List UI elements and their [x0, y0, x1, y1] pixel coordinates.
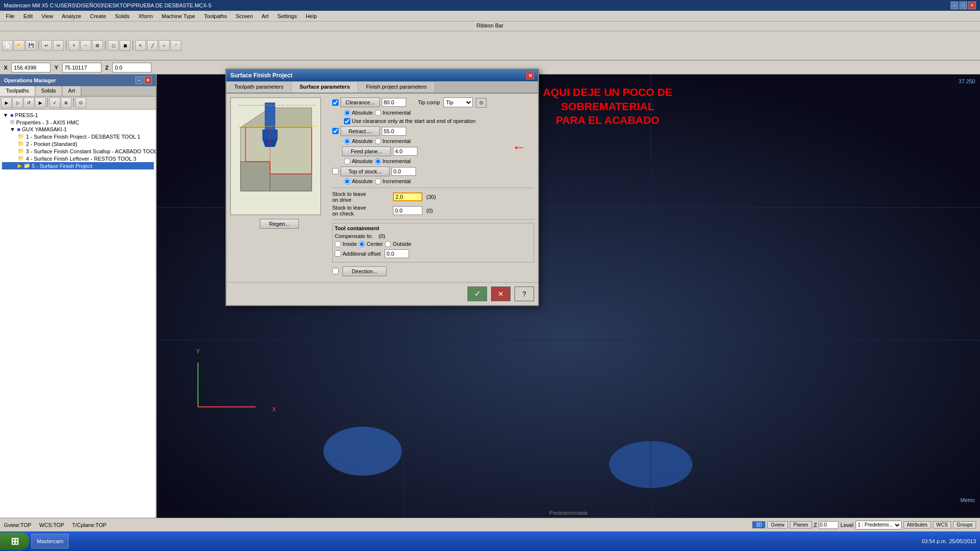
absolute-radio2-label[interactable]: Absolute [344, 138, 373, 144]
tip-comp-select[interactable]: Tip Center None [443, 97, 473, 107]
additional-offset-row: Additional offset [335, 249, 532, 258]
tab-toolpath-params[interactable]: Toolpath parameters [226, 81, 292, 93]
top-of-stock-checkbox[interactable] [332, 168, 339, 174]
start-icon: ⊞ [11, 535, 19, 547]
taskbar: ⊞ Mastercam 03:54 p.m. 25/05/2013 [0, 531, 980, 551]
modal-right: Clearance... Tip comp Tip Center None ⊙ [332, 97, 534, 278]
inside-radio-label[interactable]: Inside [335, 241, 357, 247]
modal-title-bar: Surface Finish Project ✕ [226, 70, 538, 81]
stock-check-label: Stock to leaveon check [332, 205, 391, 216]
stock-check-input[interactable] [393, 206, 422, 215]
incremental-radio3-label[interactable]: Incremental [375, 158, 411, 165]
absolute-radio3-label[interactable]: Absolute [344, 158, 373, 165]
compensate-value: (0) [379, 233, 385, 239]
absolute-radio1-label[interactable]: Absolute [344, 110, 373, 116]
modal-overlay: Surface Finish Project ✕ Toolpath parame… [0, 0, 980, 551]
feed-plane-button[interactable]: Feed plane... [342, 146, 391, 156]
retract-checkbox[interactable] [332, 128, 339, 134]
abs-inc-row4: Absolute Incremental [332, 178, 534, 185]
use-clearance-label[interactable]: Use clearance only at the start and end … [344, 118, 476, 124]
clearance-input[interactable] [382, 98, 406, 107]
modal-close-button[interactable]: ✕ [526, 72, 534, 79]
direction-row: Direction... [332, 266, 534, 276]
stock-check-extra: (0) [426, 208, 433, 214]
stock-drive-input[interactable] [393, 192, 422, 201]
svg-rect-15 [241, 162, 270, 191]
direction-button[interactable]: Direction... [343, 266, 387, 276]
incremental-radio2[interactable] [375, 138, 381, 144]
direction-checkbox[interactable] [332, 268, 339, 274]
absolute-radio4-label[interactable]: Absolute [344, 178, 373, 185]
modal-preview [230, 97, 321, 215]
top-of-stock-row: Top of stock... [332, 167, 534, 176]
absolute-radio3[interactable] [344, 158, 350, 165]
absolute-radio2[interactable] [344, 138, 350, 144]
tab-surface-params[interactable]: Surface parameters [292, 81, 358, 93]
cancel-button[interactable]: ✕ [491, 287, 511, 301]
taskbar-item-mastercam[interactable]: Mastercam [31, 534, 69, 549]
ok-icon: ✓ [474, 289, 481, 298]
modal-body: Regen... Clearance... Tip comp Tip Cente [226, 94, 538, 282]
date-display: 25/05/2013 [949, 538, 976, 544]
modal-footer: ✓ ✕ ? [226, 282, 538, 305]
incremental-radio4-label[interactable]: Incremental [375, 178, 411, 185]
modal-dialog: Surface Finish Project ✕ Toolpath parame… [225, 69, 539, 306]
retract-input[interactable] [382, 127, 406, 136]
clearance-row: Clearance... Tip comp Tip Center None ⊙ [332, 97, 534, 108]
section-divider1 [332, 188, 534, 188]
taskbar-right: 03:54 p.m. 25/05/2013 [918, 538, 980, 544]
absolute-radio1[interactable] [344, 110, 350, 116]
stock-check-row: Stock to leaveon check (0) [332, 205, 534, 216]
red-arrow-icon: ← [512, 140, 526, 155]
clearance-checkbox[interactable] [332, 99, 339, 106]
inside-radio[interactable] [335, 241, 341, 247]
incremental-radio1[interactable] [375, 110, 381, 116]
additional-offset-label: Additional offset [343, 251, 381, 257]
feed-plane-row: Feed plane... [332, 146, 534, 156]
use-clearance-checkbox[interactable] [344, 118, 350, 124]
stock-drive-label: Stock to leaveon drive [332, 191, 391, 203]
incremental-radio2-label[interactable]: Incremental [375, 138, 411, 144]
start-button[interactable]: ⊞ [0, 532, 29, 550]
use-clearance-row: Use clearance only at the start and end … [332, 118, 534, 124]
feed-plane-input[interactable] [393, 147, 417, 156]
regen-button[interactable]: Regen... [260, 219, 299, 229]
top-of-stock-input[interactable] [392, 167, 416, 176]
stock-drive-extra: (30) [426, 194, 436, 200]
time-display: 03:54 p.m. [922, 538, 947, 544]
ok-button[interactable]: ✓ [467, 287, 487, 301]
center-radio-label[interactable]: Center [359, 241, 383, 247]
tab-finish-project-params[interactable]: Finish project parameters [358, 81, 435, 93]
retract-button[interactable]: Retract.... [341, 126, 380, 136]
help-icon: ? [522, 290, 526, 298]
abs-inc-row1: Absolute Incremental [332, 110, 534, 116]
incremental-radio3[interactable] [375, 158, 381, 165]
retract-row: Retract.... [332, 126, 534, 136]
outside-radio[interactable] [385, 241, 391, 247]
section-divider2 [332, 219, 534, 220]
compensate-row: Compensate to: (0) [335, 233, 532, 239]
top-of-stock-button[interactable]: Top of stock... [341, 167, 390, 176]
compensate-radio-row: Inside Center Outside [335, 241, 532, 247]
tool-containment-title: Tool containment [335, 225, 532, 231]
abs-inc-row3: Absolute Incremental [332, 158, 534, 165]
tip-comp-label: Tip comp [418, 99, 440, 105]
tip-comp-area: Tip comp Tip Center None ⊙ [418, 97, 487, 108]
incremental-radio4[interactable] [375, 178, 381, 185]
additional-offset-checkbox-label[interactable]: Additional offset [335, 250, 381, 257]
svg-rect-16 [270, 174, 312, 191]
stock-drive-row: Stock to leaveon drive (30) [332, 191, 534, 203]
help-button[interactable]: ? [514, 287, 534, 301]
absolute-radio4[interactable] [344, 178, 350, 185]
modal-left: Regen... [230, 97, 328, 278]
outside-radio-label[interactable]: Outside [385, 241, 411, 247]
center-radio[interactable] [359, 241, 365, 247]
cancel-icon: ✕ [498, 290, 504, 298]
modal-title: Surface Finish Project [230, 72, 293, 79]
taskbar-items: Mastercam [31, 534, 918, 549]
clearance-button[interactable]: Clearance... [341, 97, 380, 107]
tip-comp-icon-btn[interactable]: ⊙ [476, 98, 487, 108]
additional-offset-input[interactable] [385, 249, 409, 258]
additional-offset-checkbox[interactable] [335, 250, 341, 257]
incremental-radio1-label[interactable]: Incremental [375, 110, 411, 116]
